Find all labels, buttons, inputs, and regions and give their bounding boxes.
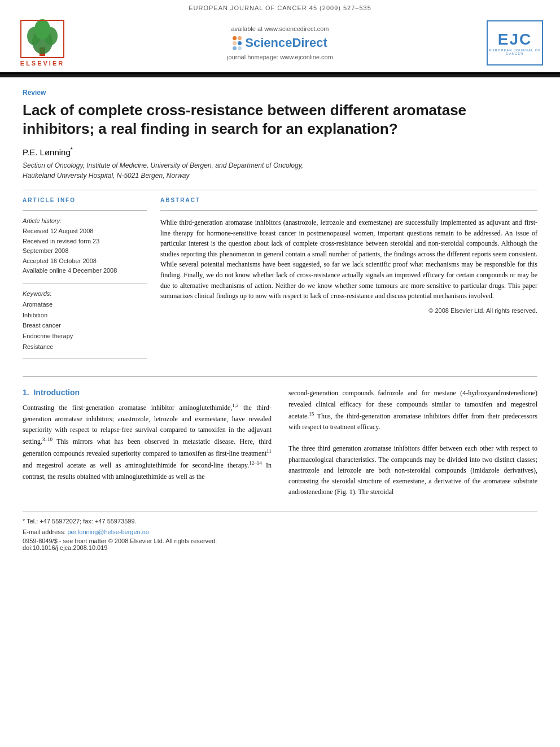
abstract-divider (160, 210, 537, 211)
keyword-resistance: Resistance (23, 342, 147, 352)
footnote-tel: * Tel.: +47 55972027; fax: +47 55973599. (23, 516, 537, 527)
divider (23, 190, 537, 190)
journal-header-bar: EUROPEAN JOURNAL OF CANCER 45 (2009) 527… (0, 0, 560, 14)
keyword-breast-cancer: Breast cancer (23, 320, 147, 331)
received-date-1: Received 12 August 2008 (23, 226, 147, 237)
author-name: P.E. Lønning* (23, 147, 537, 157)
ejc-logo: EJC EUROPEAN JOURNAL OF CANCER (487, 20, 543, 65)
intro-two-col: 1. Introduction Contrasting the first-ge… (23, 388, 537, 497)
header-center: available at www.sciencedirect.com Scien… (73, 25, 487, 60)
abstract-text: While third-generation aromatase inhibit… (160, 217, 537, 302)
article-info-heading: ARTICLE INFO (23, 197, 147, 203)
accepted-date: Accepted 16 October 2008 (23, 256, 147, 267)
article-history-label: Article history: (23, 217, 147, 224)
article-title: Lack of complete cross-resistance betwee… (23, 101, 537, 138)
sciencedirect-text: ScienceDirect (245, 36, 327, 50)
page-header: ELSEVIER available at www.sciencedirect.… (0, 14, 560, 74)
info-abstract-section: ARTICLE INFO Article history: Received 1… (23, 197, 537, 366)
doi-text: doi:10.1016/j.ejca.2008.10.019 (23, 544, 537, 551)
introduction-section: 1. Introduction Contrasting the first-ge… (23, 388, 537, 497)
sd-dots-icon (233, 36, 242, 50)
svg-point-4 (34, 19, 50, 40)
email-link[interactable]: per.lonning@helse-bergen.no (67, 528, 149, 535)
section-type-label: Review (23, 89, 537, 97)
received-revised: Received in revised form 23 September 20… (23, 237, 147, 256)
keywords-bottom-divider (23, 359, 147, 359)
copyright-line: © 2008 Elsevier Ltd. All rights reserved… (160, 307, 537, 314)
elsevier-tree-icon (20, 19, 65, 59)
footer-section: * Tel.: +47 55972027; fax: +47 55973599.… (23, 511, 537, 551)
journal-citation: EUROPEAN JOURNAL OF CANCER 45 (2009) 527… (189, 5, 371, 11)
available-online-date: Available online 4 December 2008 (23, 266, 147, 276)
journal-homepage: journal homepage: www.ejconline.com (227, 54, 333, 60)
available-text: available at www.sciencedirect.com (231, 25, 329, 32)
body-divider (23, 376, 537, 377)
keywords-divider (23, 283, 147, 283)
abstract-col: ABSTRACT While third-generation aromatas… (160, 197, 537, 366)
section-title-intro: 1. Introduction (23, 388, 272, 397)
sciencedirect-logo: ScienceDirect (233, 36, 327, 50)
ejc-subtitle: EUROPEAN JOURNAL OF CANCER (488, 49, 542, 55)
elsevier-logo: ELSEVIER (11, 19, 73, 67)
abstract-heading: ABSTRACT (160, 197, 537, 203)
author-sup: * (71, 147, 73, 153)
elsevier-label: ELSEVIER (20, 60, 64, 67)
intro-left-text: Contrasting the first-generation aromata… (23, 401, 272, 482)
footnote-email: E-mail address: per.lonning@helse-bergen… (23, 527, 537, 538)
keyword-aromatase: Aromatase (23, 299, 147, 310)
affiliation: Section of Oncology, Institute of Medici… (23, 160, 537, 181)
main-content: Review Lack of complete cross-resistance… (0, 77, 560, 562)
keyword-inhibition: Inhibition (23, 310, 147, 321)
article-info-col: ARTICLE INFO Article history: Received 1… (23, 197, 147, 366)
info-divider (23, 210, 147, 211)
rights-text: 0959-8049/$ - see front matter © 2008 El… (23, 538, 537, 544)
intro-left: 1. Introduction Contrasting the first-ge… (23, 388, 272, 497)
intro-right: second-generation compounds fadrozole an… (288, 388, 537, 497)
keywords-label: Keywords: (23, 290, 147, 297)
keyword-endocrine-therapy: Endocrine therapy (23, 331, 147, 342)
intro-right-text: second-generation compounds fadrozole an… (288, 388, 537, 497)
ejc-letters: EJC (498, 30, 532, 49)
